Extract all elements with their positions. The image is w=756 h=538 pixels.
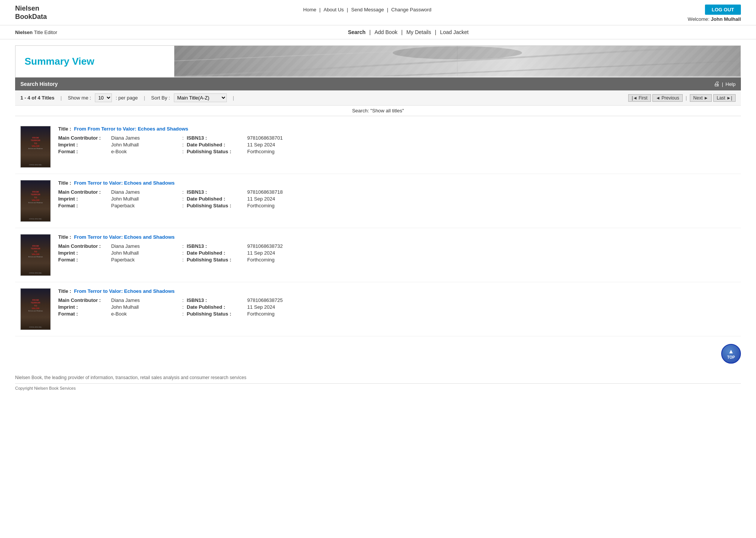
format-label-1: Format : — [58, 149, 111, 154]
pub-status-value-4: Forthcoming — [247, 311, 323, 317]
book-item-1: FROMTERRORTOVALOR Echoes and Shadows JOH… — [15, 120, 741, 174]
contributor-label-3: Main Contributor : — [58, 243, 111, 249]
cover-subtitle: Echoes and Shadows — [27, 148, 45, 149]
colon-1-4: : — [179, 297, 187, 303]
cover-subtitle: Echoes and Shadows — [27, 256, 45, 258]
pub-status-value-2: Forthcoming — [247, 203, 323, 208]
isbn-value-1: 9781068638701 — [247, 135, 323, 141]
isbn-value-4: 9781068638725 — [247, 297, 323, 303]
title-label-4: Title : — [58, 288, 71, 294]
footer: Nielsen Book, the leading provider of in… — [0, 367, 756, 393]
cover-title: FROMTERRORTOVALOR — [29, 191, 42, 202]
sub-nav-add-book[interactable]: Add Book — [375, 29, 398, 35]
pagination-bar: 1 - 4 of 4 Titles | Show me : 10 20 50 :… — [15, 90, 741, 106]
logo: Nielsen BookData — [15, 5, 47, 21]
book-cover-2[interactable]: FROMTERRORTOVALOR Echoes and Shadows JOH… — [20, 180, 51, 222]
summary-image-block — [174, 46, 741, 77]
sub-header: Nielsen Title Editor Search | Add Book |… — [0, 25, 756, 39]
logo-nielsen: Nielsen — [15, 5, 47, 13]
book-title-link-2[interactable]: From Terror to Valor: Echoes and Shadows — [74, 180, 175, 186]
isbn-label-1: ISBN13 : — [187, 135, 247, 141]
book-details-2: Title : From Terror to Valor: Echoes and… — [58, 180, 736, 208]
book-item-3: FROMTERRORTOVALOR Echoes and Shadows JOH… — [15, 228, 741, 282]
welcome-name: John Mulhall — [711, 16, 741, 22]
cover-subtitle: Echoes and Shadows — [27, 310, 45, 312]
book-title-link-3[interactable]: From Terror to Valor: Echoes and Shadows — [74, 234, 175, 240]
footer-copyright: Copyright Nielsen Book Services — [15, 383, 741, 390]
imprint-label-3: Imprint : — [58, 250, 111, 256]
book-cover-4[interactable]: FROMTERRORTOVALOR Echoes and Shadows JOH… — [20, 288, 51, 330]
colon-3-4: : — [179, 311, 187, 317]
title-label-2: Title : — [58, 180, 71, 186]
book-title-link-1[interactable]: From From Terror to Valor: Echoes and Sh… — [74, 126, 188, 132]
next-button[interactable]: Next ► — [690, 94, 712, 102]
sub-nav-load-jacket[interactable]: Load Jacket — [440, 29, 469, 35]
pub-status-label-4: Publishing Status : — [187, 311, 247, 317]
book-details-4: Title : From Terror to Valor: Echoes and… — [58, 288, 736, 317]
contributor-label-1: Main Contributor : — [58, 135, 111, 141]
contributor-label-2: Main Contributor : — [58, 189, 111, 195]
show-me-label: Show me : — [68, 95, 91, 101]
previous-button[interactable]: ◄ Previous — [652, 94, 683, 102]
cover-author: JOHN A. MULHALL — [29, 272, 42, 274]
help-link[interactable]: Help — [725, 81, 736, 87]
show-me-select[interactable]: 10 20 50 — [95, 93, 112, 102]
title-label-1: Title : — [58, 126, 71, 132]
sub-nav: Search | Add Book | My Details | Load Ja… — [76, 29, 741, 35]
date-label-2: Date Published : — [187, 196, 247, 202]
pagination-sep-3: | — [233, 95, 234, 101]
logout-button[interactable]: LOG OUT — [705, 5, 741, 15]
isbn-value-2: 9781068638718 — [247, 189, 323, 195]
nav-send-message[interactable]: Send Message — [351, 7, 384, 12]
colon-3-1: : — [179, 149, 187, 154]
contributor-value-4: Diana James — [111, 297, 179, 303]
nav-sep: | — [722, 81, 723, 87]
sub-nav-sep-2: | — [401, 29, 403, 35]
logo-bookdata: BookData — [15, 13, 47, 21]
imprint-label-2: Imprint : — [58, 196, 111, 202]
svg-line-2 — [174, 46, 741, 61]
sub-nav-sep-3: | — [435, 29, 436, 35]
last-button[interactable]: Last ►| — [713, 94, 736, 102]
colon-1-1: : — [179, 135, 187, 141]
book-title-link-4[interactable]: From Terror to Valor: Echoes and Shadows — [74, 288, 175, 294]
book-cover-inner: FROMTERRORTOVALOR Echoes and Shadows JOH… — [21, 235, 50, 275]
nav-home[interactable]: Home — [303, 7, 316, 12]
pub-status-value-3: Forthcoming — [247, 257, 323, 263]
sub-nav-search[interactable]: Search — [348, 29, 366, 35]
scroll-top-button[interactable]: ▲ TOP — [721, 344, 741, 364]
imprint-value-2: John Mulhall — [111, 196, 179, 202]
format-value-1: e-Book — [111, 149, 179, 154]
date-label-4: Date Published : — [187, 304, 247, 310]
svg-line-1 — [174, 46, 741, 76]
nav-about[interactable]: About Us — [324, 7, 344, 12]
book-item-4: FROMTERRORTOVALOR Echoes and Shadows JOH… — [15, 282, 741, 336]
book-details-1: Title : From From Terror to Valor: Echoe… — [58, 126, 736, 154]
contributor-value-2: Diana James — [111, 189, 179, 195]
pagination-sep-1: | — [60, 95, 62, 101]
top-btn-container: ▲ TOP — [0, 340, 756, 367]
page-nav-buttons: |◄ First ◄ Previous | Next ► Last ►| — [628, 94, 736, 102]
book-item-2: FROMTERRORTOVALOR Echoes and Shadows JOH… — [15, 174, 741, 228]
app-title: Nielsen Title Editor — [15, 30, 76, 35]
format-value-2: Paperback — [111, 203, 179, 208]
isbn-value-3: 9781068638732 — [247, 243, 323, 249]
svg-point-5 — [393, 46, 522, 59]
search-history-bar: Search History 🖨 | Help — [15, 78, 741, 90]
book-cover-1[interactable]: FROMTERRORTOVALOR Echoes and Shadows JOH… — [20, 126, 51, 168]
cover-title: FROMTERRORTOVALOR — [29, 245, 42, 256]
nav-change-password[interactable]: Change Password — [391, 7, 431, 12]
book-cover-3[interactable]: FROMTERRORTOVALOR Echoes and Shadows JOH… — [20, 234, 51, 276]
colon-2-2: : — [179, 196, 187, 202]
format-value-4: e-Book — [111, 311, 179, 317]
sub-nav-my-details[interactable]: My Details — [406, 29, 431, 35]
imprint-value-4: John Mulhall — [111, 304, 179, 310]
book-title-row-2: Title : From Terror to Valor: Echoes and… — [58, 180, 323, 186]
format-label-3: Format : — [58, 257, 111, 263]
date-value-1: 11 Sep 2024 — [247, 142, 323, 148]
first-button[interactable]: |◄ First — [628, 94, 651, 102]
date-label-1: Date Published : — [187, 142, 247, 148]
sort-select[interactable]: Main Title(A-Z) Main Title(Z-A) Date Pub… — [174, 93, 227, 102]
printer-icon[interactable]: 🖨 — [714, 81, 720, 87]
colon-2-4: : — [179, 304, 187, 310]
